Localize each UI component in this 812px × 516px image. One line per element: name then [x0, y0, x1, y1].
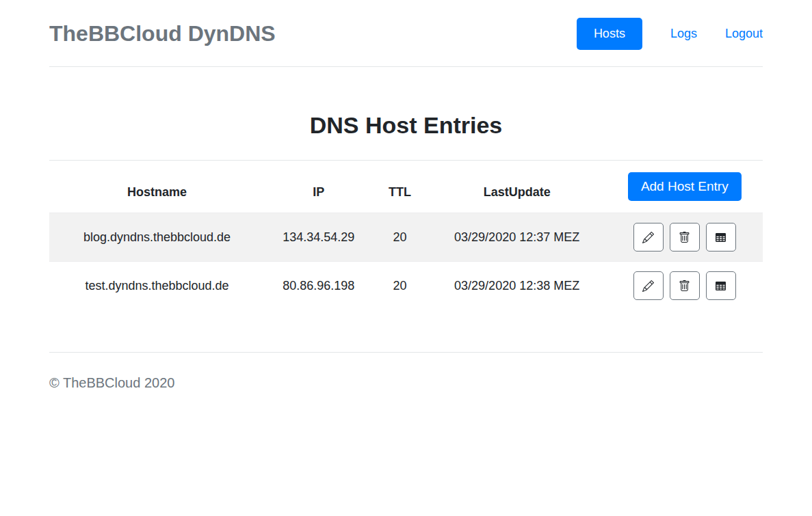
cell-lastupdate: 03/29/2020 12:37 MEZ [428, 213, 607, 262]
cell-ttl: 20 [372, 262, 427, 310]
cell-ttl: 20 [372, 213, 427, 262]
cell-ip: 134.34.54.29 [265, 213, 372, 262]
delete-button[interactable] [670, 271, 700, 300]
column-header-lastupdate: LastUpdate [428, 161, 607, 213]
cell-lastupdate: 03/29/2020 12:38 MEZ [428, 262, 607, 310]
delete-button[interactable] [670, 223, 700, 252]
cell-actions [607, 213, 763, 262]
nav-tab-logout[interactable]: Logout [725, 27, 763, 41]
details-button[interactable] [706, 223, 736, 252]
column-header-actions: Add Host Entry [607, 161, 763, 213]
table-icon [715, 232, 726, 243]
details-button[interactable] [706, 271, 736, 300]
trash-icon [679, 280, 690, 292]
app-title: TheBBCloud DynDNS [49, 21, 276, 46]
footer: © TheBBCloud 2020 [49, 352, 763, 418]
table-row: blog.dyndns.thebbcloud.de 134.34.54.29 2… [49, 213, 763, 262]
cell-hostname: blog.dyndns.thebbcloud.de [49, 213, 265, 262]
trash-icon [679, 232, 690, 243]
nav-tab-hosts[interactable]: Hosts [577, 18, 642, 50]
table-header-row: Hostname IP TTL LastUpdate Add Host Entr… [49, 161, 763, 213]
edit-button[interactable] [633, 271, 664, 300]
table-icon [715, 280, 726, 292]
column-header-ttl: TTL [372, 161, 427, 213]
main-content: DNS Host Entries Hostname IP TTL LastUpd… [49, 112, 763, 310]
main-nav: Hosts Logs Logout [577, 18, 763, 50]
pencil-icon [642, 232, 654, 243]
page-root: TheBBCloud DynDNS Hosts Logs Logout DNS … [0, 0, 812, 516]
column-header-hostname: Hostname [49, 161, 265, 213]
add-host-entry-button[interactable]: Add Host Entry [628, 172, 742, 201]
header: TheBBCloud DynDNS Hosts Logs Logout [49, 0, 763, 67]
pencil-icon [642, 280, 654, 292]
page-title: DNS Host Entries [49, 112, 763, 139]
copyright-text: © TheBBCloud 2020 [49, 375, 174, 390]
table-row: test.dyndns.thebbcloud.de 80.86.96.198 2… [49, 262, 763, 310]
nav-tab-logs[interactable]: Logs [670, 27, 697, 41]
cell-hostname: test.dyndns.thebbcloud.de [49, 262, 265, 310]
cell-actions [607, 262, 763, 310]
dns-hosts-table: Hostname IP TTL LastUpdate Add Host Entr… [49, 160, 763, 310]
edit-button[interactable] [633, 223, 664, 252]
cell-ip: 80.86.96.198 [265, 262, 372, 310]
column-header-ip: IP [265, 161, 372, 213]
